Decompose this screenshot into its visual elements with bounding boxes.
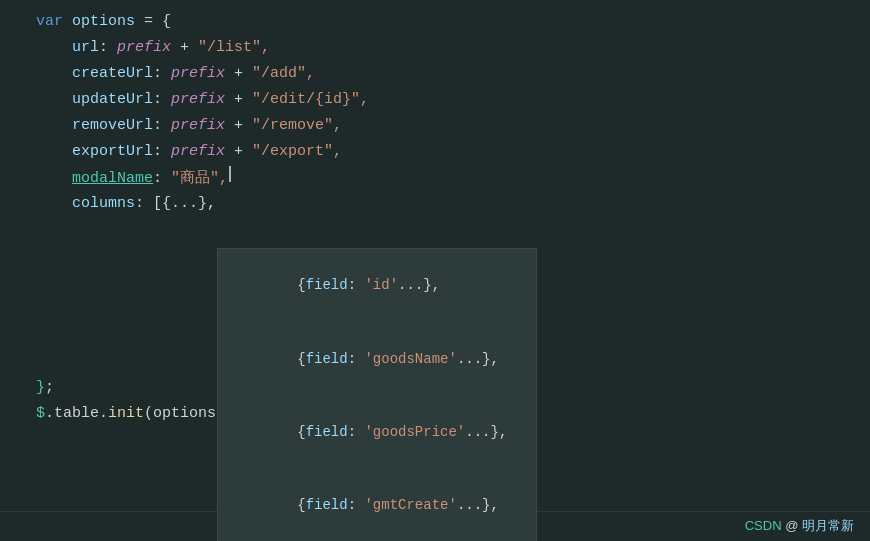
code-line-6: exportUrl : prefix + "/export", [0, 140, 870, 166]
str-quote-open: " [171, 167, 180, 191]
watermark-sep: @ [785, 518, 798, 533]
ac-item-goodsname[interactable]: {field: 'goodsName'...}, [218, 322, 536, 395]
str-edit: "/edit/{id}", [252, 88, 369, 112]
prop-updateurl: updateUrl [72, 88, 153, 112]
code-line-5: removeUrl : prefix + "/remove", [0, 114, 870, 140]
prop-createurl: createUrl [72, 62, 153, 86]
ac-item-gmtcreate[interactable]: {field: 'gmtCreate'...}, [218, 469, 536, 541]
code-line-3: createUrl : prefix + "/add", [0, 62, 870, 88]
code-line-1: var options = { [0, 10, 870, 36]
dollar-sign: $ [36, 402, 45, 426]
val-prefix-2: prefix [171, 62, 225, 86]
keyword-var: var [36, 10, 63, 34]
dot-table: .table. [45, 402, 108, 426]
prop-removeurl: removeUrl [72, 114, 153, 138]
ac-item-goodsprice[interactable]: {field: 'goodsPrice'...}, [218, 395, 536, 468]
val-prefix-5: prefix [171, 140, 225, 164]
prop-exporturl: exportUrl [72, 140, 153, 164]
prop-columns: columns [72, 192, 135, 216]
code-line-8: columns : [{...}, [0, 192, 870, 218]
text-cursor [229, 166, 231, 182]
watermark: CSDN @ 明月常新 [745, 516, 854, 537]
str-export: "/export", [252, 140, 342, 164]
code-line-7: modalName : " 商品 ", [0, 166, 870, 192]
code-line-2: url : prefix + "/list", [0, 36, 870, 62]
op-assign: = { [135, 10, 171, 34]
code-line-4: updateUrl : prefix + "/edit/{id}", [0, 88, 870, 114]
str-list: "/list", [198, 36, 270, 60]
prop-modalname: modalName [72, 167, 153, 191]
ac-item-id[interactable]: {field: 'id'...}, [218, 249, 536, 322]
val-prefix: prefix [117, 36, 171, 60]
code-editor: var options = { url : prefix + "/list", [0, 0, 870, 541]
prop-url: url [72, 36, 99, 60]
watermark-author: 明月常新 [802, 518, 854, 533]
str-add: "/add", [252, 62, 315, 86]
var-options: options [72, 10, 135, 34]
watermark-site: CSDN [745, 518, 782, 533]
str-remove: "/remove", [252, 114, 342, 138]
closing-brace: } [36, 376, 45, 400]
method-init: init [108, 402, 144, 426]
code-content: var options = { url : prefix + "/list", [0, 0, 870, 511]
val-prefix-4: prefix [171, 114, 225, 138]
semicolon: ; [45, 376, 54, 400]
autocomplete-dropdown[interactable]: {field: 'id'...}, {field: 'goodsName'...… [217, 248, 537, 541]
val-prefix-3: prefix [171, 88, 225, 112]
str-chinese: 商品 [180, 167, 210, 191]
str-quote-close: ", [210, 167, 228, 191]
